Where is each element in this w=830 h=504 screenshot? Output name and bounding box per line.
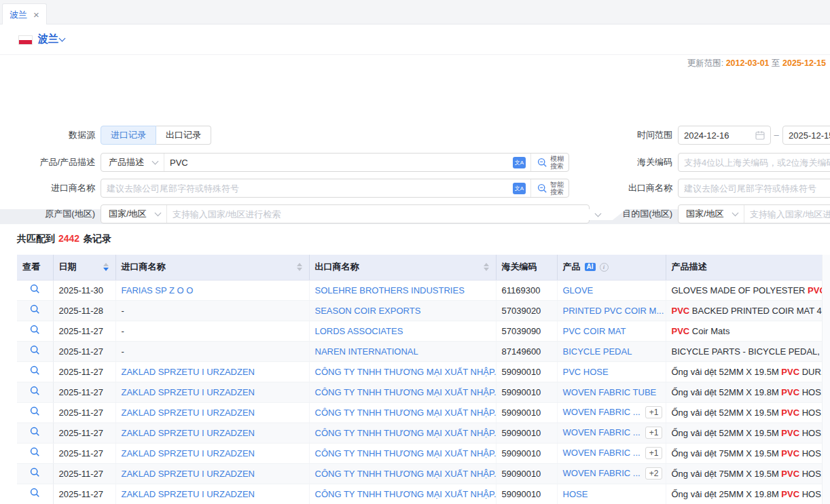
time-range-label: 时间范围 <box>584 126 672 145</box>
exporter-cell: CÔNG TY TNHH THƯƠNG MẠI XUẤT NHẬP... <box>309 463 496 484</box>
product-link[interactable]: GLOVE <box>563 285 594 295</box>
destination-country-input[interactable] <box>744 209 830 219</box>
importer-link[interactable]: ZAKLAD SPRZETU I URZADZEN <box>122 489 255 499</box>
country-name[interactable]: 波兰 <box>38 33 58 46</box>
importer-cell: - <box>115 341 309 361</box>
product-link[interactable]: PRINTED PVC COIR M... <box>563 306 664 316</box>
origin-type-select[interactable]: 国家/地区 <box>101 205 167 223</box>
hs-code-cell: 57039090 <box>496 321 557 341</box>
importer-link[interactable]: ZAKLAD SPRZETU I URZADZEN <box>122 408 255 418</box>
sort-icons[interactable] <box>297 263 304 271</box>
more-products-badge[interactable]: +1 <box>645 447 663 459</box>
description-cell: Ống vải dệt 52MM X 19.5M PVC DUR... <box>666 361 822 382</box>
date-cell: 2025-11-27 <box>53 422 115 443</box>
importer-link[interactable]: ZAKLAD SPRZETU I URZADZEN <box>122 387 255 397</box>
product-link[interactable]: HOSE <box>563 489 588 499</box>
view-record-icon[interactable] <box>30 345 40 355</box>
view-record-icon[interactable] <box>30 325 40 335</box>
exporter-link[interactable]: CÔNG TY TNHH THƯƠNG MẠI XUẤT NHẬP... <box>315 428 497 438</box>
more-products-badge[interactable]: +2 <box>645 467 663 480</box>
exporter-link[interactable]: CÔNG TY TNHH THƯƠNG MẠI XUẤT NHẬP... <box>315 408 497 418</box>
col-view: 查看 <box>17 255 53 280</box>
view-record-icon[interactable] <box>30 488 40 498</box>
exporter-link[interactable]: CÔNG TY TNHH THƯƠNG MẠI XUẤT NHẬP... <box>315 489 497 499</box>
description-cell: Ống vải dệt 75MM X 19.5M PVC HOS... <box>666 463 822 484</box>
exporter-link[interactable]: SEASON COIR EXPORTS <box>315 306 421 316</box>
chevron-down-icon[interactable] <box>59 35 66 42</box>
tab-export-records[interactable]: 出口记录 <box>156 126 211 145</box>
date-cell: 2025-11-27 <box>53 341 115 361</box>
product-link[interactable]: WOVEN FABRIC ... <box>563 468 640 478</box>
product-link[interactable]: WOVEN FABRIC ... <box>563 407 640 417</box>
close-icon[interactable]: × <box>33 10 39 20</box>
exporter-cell: CÔNG TY TNHH THƯƠNG MẠI XUẤT NHẬP... <box>309 361 496 382</box>
exporter-cell: LORDS ASSOCIATES <box>309 321 496 341</box>
view-record-icon[interactable] <box>30 406 40 416</box>
tab-import-records[interactable]: 进口记录 <box>101 126 156 145</box>
exporter-link[interactable]: CÔNG TY TNHH THƯƠNG MẠI XUẤT NHẬP... <box>315 367 497 377</box>
importer-link[interactable]: ZAKLAD SPRZETU I URZADZEN <box>122 428 255 438</box>
smart-search-button[interactable]: 智能 搜索 <box>530 179 569 197</box>
view-record-icon[interactable] <box>30 304 40 314</box>
importer-link[interactable]: ZAKLAD SPRZETU I URZADZEN <box>122 367 255 377</box>
view-record-icon[interactable] <box>30 386 40 396</box>
importer-link: - <box>122 306 124 316</box>
product-link[interactable]: WOVEN FABRIC ... <box>563 427 640 437</box>
importer-input[interactable] <box>101 183 508 194</box>
product-cell: WOVEN FABRIC ...+1 <box>557 443 666 463</box>
product-input[interactable] <box>164 158 508 168</box>
tab-poland[interactable]: 波兰 × <box>2 3 47 25</box>
product-link[interactable]: WOVEN FABRIC ... <box>563 448 640 458</box>
destination-type-select[interactable]: 国家/地区 <box>679 205 744 223</box>
product-cell: PVC HOSE <box>557 361 666 382</box>
col-hs-code: 海关编码 <box>496 255 557 280</box>
view-record-icon[interactable] <box>30 447 40 457</box>
importer-link[interactable]: ZAKLAD SPRZETU I URZADZEN <box>122 469 255 479</box>
date-to-input[interactable] <box>783 130 830 141</box>
view-record-icon[interactable] <box>30 284 40 294</box>
exporter-link[interactable]: NAREN INTERNATIONAL <box>315 346 418 357</box>
translate-icon[interactable]: 文A <box>513 157 526 168</box>
view-cell <box>17 361 53 382</box>
sort-icons[interactable] <box>103 263 110 271</box>
info-icon[interactable]: i <box>600 263 609 272</box>
col-importer[interactable]: 进口商名称 <box>115 255 309 280</box>
translate-icon[interactable]: 文A <box>513 183 526 194</box>
exporter-link[interactable]: CÔNG TY TNHH THƯƠNG MẠI XUẤT NHẬP... <box>315 469 497 479</box>
hs-code-cell: 59090010 <box>496 463 557 484</box>
magnifier-icon <box>537 158 547 168</box>
origin-country-input[interactable] <box>167 209 575 219</box>
country-header: 波兰 <box>0 24 830 54</box>
view-record-icon[interactable] <box>30 365 40 376</box>
chevron-down-icon <box>732 210 738 217</box>
sort-icons[interactable] <box>484 263 490 271</box>
importer-link[interactable]: ZAKLAD SPRZETU I URZADZEN <box>122 448 255 458</box>
product-type-select[interactable]: 产品描述 <box>101 154 164 171</box>
description-cell: Ống vải dệt 25MM X 19.8M PVC HOS... <box>666 484 822 504</box>
exporter-link[interactable]: SOLEHRE BROTHERS INDUSTRIES <box>315 285 465 295</box>
more-products-badge[interactable]: +1 <box>645 406 663 418</box>
calendar-icon[interactable] <box>755 130 765 140</box>
exporter-link[interactable]: LORDS ASSOCIATES <box>315 326 403 336</box>
col-exporter[interactable]: 出口商名称 <box>309 255 496 280</box>
exporter-input[interactable] <box>679 183 830 194</box>
data-source-label: 数据源 <box>0 126 95 145</box>
importer-link[interactable]: FARIAS SP Z O O <box>122 285 194 295</box>
view-record-icon[interactable] <box>30 467 40 478</box>
exporter-link[interactable]: CÔNG TY TNHH THƯƠNG MẠI XUẤT NHẬP... <box>315 448 497 458</box>
product-cell: WOVEN FABRIC ...+2 <box>557 463 666 484</box>
hs-code-input[interactable] <box>679 158 830 168</box>
exporter-link[interactable]: CÔNG TY TNHH THƯƠNG MẠI XUẤT NHẬP... <box>315 387 497 397</box>
product-link[interactable]: PVC HOSE <box>563 367 609 377</box>
date-from-input[interactable] <box>679 130 755 141</box>
records-table: 查看 日期 进口商名称 出口商名称 海关编码 产品AIi 产品描述 2025-1… <box>17 255 822 504</box>
product-link[interactable]: BICYCLE PEDAL <box>563 346 632 357</box>
summary-prefix: 共匹配到 <box>17 233 55 245</box>
vertical-scrollbar[interactable] <box>822 255 830 504</box>
more-products-badge[interactable]: +1 <box>645 427 663 439</box>
col-date[interactable]: 日期 <box>53 255 115 280</box>
product-link[interactable]: PVC COIR MAT <box>563 326 626 336</box>
fuzzy-search-button[interactable]: 模糊 搜索 <box>530 154 569 171</box>
view-record-icon[interactable] <box>30 427 40 437</box>
product-link[interactable]: WOVEN FABRIC TUBE <box>563 387 657 397</box>
